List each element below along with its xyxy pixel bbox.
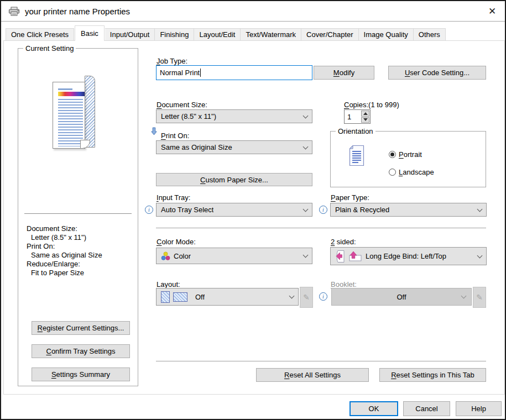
chevron-down-icon bbox=[477, 253, 483, 258]
chevron-down-icon bbox=[289, 293, 295, 299]
reset-settings-in-this-tab-button[interactable]: Reset Settings in This Tab bbox=[379, 368, 486, 382]
summary-print-on-label: Print On: bbox=[27, 242, 55, 250]
tab-basic[interactable]: Basic bbox=[75, 25, 105, 41]
two-sided-select[interactable]: Long Edge Bind: Left/Top bbox=[330, 247, 487, 265]
tab-others[interactable]: Others bbox=[414, 28, 446, 41]
document-preview bbox=[48, 72, 103, 154]
user-code-setting-button[interactable]: User Code Setting... bbox=[388, 66, 486, 80]
printer-properties-dialog: your printer name Properties ✕ One Click… bbox=[0, 0, 506, 420]
tab-cover-chapter[interactable]: Cover/Chapter bbox=[301, 28, 359, 41]
page-curl-icon bbox=[85, 76, 95, 148]
summary-print-on-value: Same as Original Size bbox=[31, 251, 102, 259]
close-icon[interactable]: ✕ bbox=[479, 1, 505, 21]
current-setting-title: Current Setting bbox=[23, 44, 76, 53]
paper-type-value: Plain & Recycled bbox=[335, 206, 389, 214]
portrait-radio[interactable]: Portrait bbox=[389, 150, 422, 159]
color-mode-label: Color Mode: bbox=[157, 238, 196, 246]
info-icon[interactable]: i bbox=[319, 206, 327, 214]
print-on-label: Print On: bbox=[161, 132, 189, 140]
info-icon[interactable]: i bbox=[319, 292, 327, 301]
printer-icon bbox=[8, 7, 20, 16]
document-size-select[interactable]: Letter (8.5" x 11") bbox=[156, 109, 312, 123]
spin-down-button[interactable] bbox=[361, 117, 369, 123]
layout-label: Layout: bbox=[157, 280, 180, 288]
copies-label: Copies:(1 to 999) bbox=[344, 101, 399, 109]
landscape-radio[interactable]: Landscape bbox=[389, 168, 434, 176]
section-divider bbox=[156, 228, 486, 228]
tab-bar: One Click Presets Basic Input/Output Fin… bbox=[6, 25, 446, 41]
job-type-label: Job Type: bbox=[157, 57, 187, 65]
confirm-tray-settings-button[interactable]: Confirm Tray Settings bbox=[32, 344, 130, 358]
color-mode-select[interactable]: Color bbox=[156, 248, 312, 264]
input-tray-label: Input Tray: bbox=[157, 193, 190, 202]
input-tray-value: Auto Tray Select bbox=[161, 206, 213, 214]
copies-input[interactable]: 1 bbox=[345, 110, 361, 123]
portrait-thumbnail-icon bbox=[161, 291, 170, 303]
footer-divider bbox=[156, 361, 486, 361]
register-current-settings-button[interactable]: Register Current Settings... bbox=[32, 321, 130, 335]
chevron-down-icon bbox=[303, 206, 309, 212]
copies-value: 1 bbox=[347, 113, 351, 121]
arrow-down-icon bbox=[363, 118, 368, 121]
text-caret bbox=[200, 69, 201, 77]
custom-paper-size-button[interactable]: Custom Paper Size... bbox=[156, 173, 312, 186]
summary-reduce-value: Fit to Paper Size bbox=[31, 269, 84, 277]
tab-image-quality[interactable]: Image Quality bbox=[359, 28, 414, 41]
reset-all-settings-button[interactable]: Reset All Settings bbox=[256, 368, 369, 382]
chevron-down-icon bbox=[303, 144, 309, 149]
paper-type-label: Paper Type: bbox=[331, 193, 369, 202]
summary-reduce-label: Reduce/Enlarge: bbox=[27, 260, 80, 268]
cancel-button[interactable]: Cancel bbox=[403, 401, 450, 416]
rainbow-bar bbox=[58, 92, 85, 96]
summary-divider bbox=[24, 213, 132, 214]
job-type-input[interactable]: Normal Print bbox=[156, 65, 312, 80]
tab-layout-edit[interactable]: Layout/Edit bbox=[194, 28, 241, 41]
two-sided-value: Long Edge Bind: Left/Top bbox=[366, 252, 446, 260]
input-tray-select[interactable]: Auto Tray Select bbox=[156, 203, 312, 217]
tab-text-watermark[interactable]: Text/Watermark bbox=[241, 28, 301, 41]
duplex-flip-icon bbox=[335, 250, 345, 263]
document-size-value: Letter (8.5" x 11") bbox=[161, 112, 216, 120]
arrow-up-icon bbox=[363, 112, 368, 115]
summary-doc-size-value: Letter (8.5" x 11") bbox=[31, 233, 86, 242]
booklet-select: Off bbox=[331, 288, 472, 306]
help-button[interactable]: Help bbox=[456, 401, 502, 416]
radio-unchecked-icon bbox=[389, 169, 396, 176]
layout-details-button: ✎ bbox=[300, 287, 313, 308]
orientation-title: Orientation bbox=[336, 127, 375, 135]
two-sided-label: 2 sided: bbox=[331, 238, 356, 246]
landscape-radio-label: Landscape bbox=[399, 168, 434, 176]
chevron-down-icon bbox=[303, 253, 309, 258]
copies-stepper[interactable]: 1 bbox=[344, 109, 371, 124]
layout-value: Off bbox=[195, 293, 205, 301]
booklet-details-button: ✎ bbox=[473, 287, 486, 308]
paper-type-select[interactable]: Plain & Recycled bbox=[330, 203, 487, 217]
preview-page bbox=[53, 82, 85, 149]
tab-input-output[interactable]: Input/Output bbox=[105, 28, 155, 41]
portrait-radio-label: Portrait bbox=[399, 150, 422, 159]
print-on-arrow-icon bbox=[151, 127, 157, 135]
tab-finishing[interactable]: Finishing bbox=[155, 28, 194, 41]
modify-button[interactable]: Modify bbox=[314, 66, 374, 80]
titlebar: your printer name Properties ✕ bbox=[1, 1, 505, 22]
ok-button[interactable]: OK bbox=[349, 401, 398, 416]
document-size-label: Document Size: bbox=[157, 101, 207, 109]
portrait-page-icon bbox=[349, 145, 364, 166]
color-dots-icon bbox=[161, 251, 170, 261]
spin-up-button[interactable] bbox=[361, 111, 369, 117]
long-edge-bind-icon bbox=[348, 251, 362, 262]
job-type-value: Normal Print bbox=[160, 69, 200, 77]
summary-doc-size-label: Document Size: bbox=[27, 224, 77, 233]
radio-checked-icon bbox=[389, 151, 396, 158]
chevron-down-icon bbox=[461, 293, 467, 299]
print-on-select[interactable]: Same as Original Size bbox=[156, 140, 312, 154]
window-title: your printer name Properties bbox=[25, 7, 130, 16]
settings-summary-button[interactable]: Settings Summary bbox=[32, 368, 130, 381]
color-mode-value: Color bbox=[174, 252, 191, 260]
info-icon[interactable]: i bbox=[145, 206, 153, 214]
tab-one-click-presets[interactable]: One Click Presets bbox=[6, 28, 74, 41]
print-on-value: Same as Original Size bbox=[161, 143, 232, 151]
chevron-down-icon bbox=[477, 206, 483, 212]
layout-select[interactable]: Off bbox=[156, 288, 299, 306]
chevron-down-icon bbox=[303, 113, 309, 118]
